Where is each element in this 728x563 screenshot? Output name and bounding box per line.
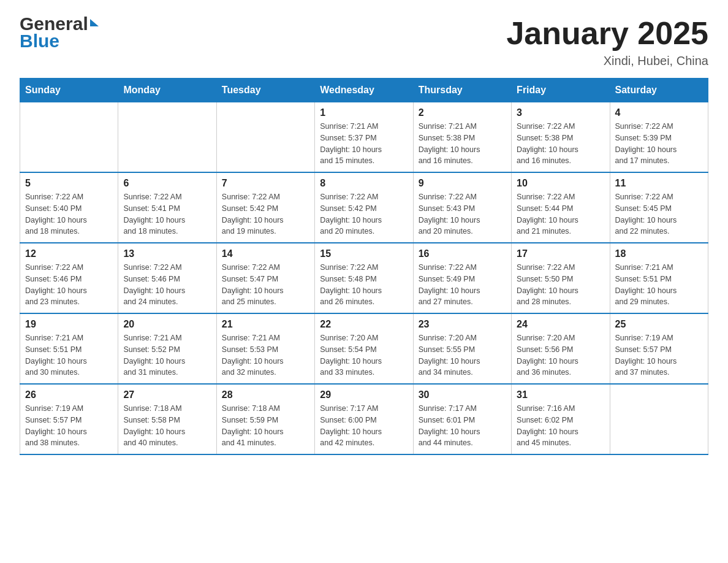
- day-info: Sunrise: 7:22 AMSunset: 5:46 PMDaylight:…: [25, 262, 113, 308]
- day-info: Sunrise: 7:22 AMSunset: 5:47 PMDaylight:…: [222, 262, 309, 308]
- calendar-cell: 25Sunrise: 7:19 AMSunset: 5:57 PMDayligh…: [610, 313, 708, 384]
- calendar-body: 1Sunrise: 7:21 AMSunset: 5:37 PMDaylight…: [20, 102, 708, 455]
- day-info: Sunrise: 7:20 AMSunset: 5:55 PMDaylight:…: [419, 332, 506, 378]
- calendar-cell: [216, 102, 314, 173]
- day-number: 21: [222, 319, 309, 330]
- day-info: Sunrise: 7:22 AMSunset: 5:48 PMDaylight:…: [320, 262, 408, 308]
- title-section: January 2025 Xindi, Hubei, China: [506, 15, 708, 68]
- day-info: Sunrise: 7:22 AMSunset: 5:43 PMDaylight:…: [419, 191, 506, 237]
- day-info: Sunrise: 7:17 AMSunset: 6:01 PMDaylight:…: [419, 403, 506, 449]
- calendar-cell: [20, 102, 118, 173]
- calendar-cell: 20Sunrise: 7:21 AMSunset: 5:52 PMDayligh…: [118, 313, 216, 384]
- calendar-week-row: 12Sunrise: 7:22 AMSunset: 5:46 PMDayligh…: [20, 243, 708, 313]
- day-number: 7: [222, 178, 309, 189]
- calendar-table: Sunday Monday Tuesday Wednesday Thursday…: [20, 78, 708, 455]
- day-info: Sunrise: 7:21 AMSunset: 5:53 PMDaylight:…: [222, 332, 309, 378]
- day-info: Sunrise: 7:22 AMSunset: 5:42 PMDaylight:…: [320, 191, 408, 237]
- calendar-cell: 3Sunrise: 7:22 AMSunset: 5:38 PMDaylight…: [512, 102, 610, 173]
- header-wednesday: Wednesday: [315, 79, 413, 102]
- calendar-cell: 31Sunrise: 7:16 AMSunset: 6:02 PMDayligh…: [512, 384, 610, 454]
- day-number: 17: [517, 248, 604, 259]
- day-info: Sunrise: 7:21 AMSunset: 5:37 PMDaylight:…: [320, 121, 408, 167]
- calendar-cell: 8Sunrise: 7:22 AMSunset: 5:42 PMDaylight…: [315, 172, 413, 243]
- day-info: Sunrise: 7:22 AMSunset: 5:41 PMDaylight:…: [123, 191, 211, 237]
- calendar-cell: [610, 384, 708, 454]
- day-info: Sunrise: 7:19 AMSunset: 5:57 PMDaylight:…: [615, 332, 703, 378]
- day-number: 9: [419, 178, 506, 189]
- day-info: Sunrise: 7:20 AMSunset: 5:56 PMDaylight:…: [517, 332, 604, 378]
- day-info: Sunrise: 7:22 AMSunset: 5:45 PMDaylight:…: [615, 191, 703, 237]
- day-number: 20: [123, 319, 211, 330]
- calendar-cell: 19Sunrise: 7:21 AMSunset: 5:51 PMDayligh…: [20, 313, 118, 384]
- page-header: General Blue January 2025 Xindi, Hubei, …: [20, 15, 708, 68]
- calendar-cell: 15Sunrise: 7:22 AMSunset: 5:48 PMDayligh…: [315, 243, 413, 313]
- calendar-cell: 12Sunrise: 7:22 AMSunset: 5:46 PMDayligh…: [20, 243, 118, 313]
- calendar-cell: 14Sunrise: 7:22 AMSunset: 5:47 PMDayligh…: [216, 243, 314, 313]
- main-title: January 2025: [506, 15, 708, 52]
- calendar-week-row: 26Sunrise: 7:19 AMSunset: 5:57 PMDayligh…: [20, 384, 708, 454]
- logo: General Blue: [20, 15, 99, 50]
- calendar-week-row: 19Sunrise: 7:21 AMSunset: 5:51 PMDayligh…: [20, 313, 708, 384]
- day-number: 27: [123, 389, 211, 400]
- day-info: Sunrise: 7:22 AMSunset: 5:49 PMDaylight:…: [419, 262, 506, 308]
- day-number: 5: [25, 178, 113, 189]
- calendar-cell: 29Sunrise: 7:17 AMSunset: 6:00 PMDayligh…: [315, 384, 413, 454]
- day-info: Sunrise: 7:18 AMSunset: 5:58 PMDaylight:…: [123, 403, 211, 449]
- day-info: Sunrise: 7:21 AMSunset: 5:51 PMDaylight:…: [615, 262, 703, 308]
- header-sunday: Sunday: [20, 79, 118, 102]
- calendar-cell: 1Sunrise: 7:21 AMSunset: 5:37 PMDaylight…: [315, 102, 413, 173]
- day-info: Sunrise: 7:22 AMSunset: 5:40 PMDaylight:…: [25, 191, 113, 237]
- calendar-cell: 28Sunrise: 7:18 AMSunset: 5:59 PMDayligh…: [216, 384, 314, 454]
- calendar-cell: 11Sunrise: 7:22 AMSunset: 5:45 PMDayligh…: [610, 172, 708, 243]
- day-number: 22: [320, 319, 408, 330]
- logo-blue-text: Blue: [20, 32, 59, 50]
- calendar-cell: 13Sunrise: 7:22 AMSunset: 5:46 PMDayligh…: [118, 243, 216, 313]
- calendar-cell: 16Sunrise: 7:22 AMSunset: 5:49 PMDayligh…: [413, 243, 511, 313]
- day-number: 10: [517, 178, 604, 189]
- day-info: Sunrise: 7:21 AMSunset: 5:51 PMDaylight:…: [25, 332, 113, 378]
- calendar-cell: 2Sunrise: 7:21 AMSunset: 5:38 PMDaylight…: [413, 102, 511, 173]
- day-info: Sunrise: 7:19 AMSunset: 5:57 PMDaylight:…: [25, 403, 113, 449]
- day-number: 16: [419, 248, 506, 259]
- header-monday: Monday: [118, 79, 216, 102]
- calendar-cell: 6Sunrise: 7:22 AMSunset: 5:41 PMDaylight…: [118, 172, 216, 243]
- calendar-cell: 4Sunrise: 7:22 AMSunset: 5:39 PMDaylight…: [610, 102, 708, 173]
- day-number: 26: [25, 389, 113, 400]
- day-number: 25: [615, 319, 703, 330]
- day-number: 6: [123, 178, 211, 189]
- header-tuesday: Tuesday: [216, 79, 314, 102]
- calendar-cell: 24Sunrise: 7:20 AMSunset: 5:56 PMDayligh…: [512, 313, 610, 384]
- day-number: 15: [320, 248, 408, 259]
- calendar-cell: 27Sunrise: 7:18 AMSunset: 5:58 PMDayligh…: [118, 384, 216, 454]
- day-number: 24: [517, 319, 604, 330]
- day-info: Sunrise: 7:22 AMSunset: 5:46 PMDaylight:…: [123, 262, 211, 308]
- day-number: 1: [320, 107, 408, 118]
- day-info: Sunrise: 7:17 AMSunset: 6:00 PMDaylight:…: [320, 403, 408, 449]
- day-number: 19: [25, 319, 113, 330]
- header-thursday: Thursday: [413, 79, 511, 102]
- day-number: 14: [222, 248, 309, 259]
- calendar-cell: 7Sunrise: 7:22 AMSunset: 5:42 PMDaylight…: [216, 172, 314, 243]
- day-info: Sunrise: 7:22 AMSunset: 5:44 PMDaylight:…: [517, 191, 604, 237]
- day-info: Sunrise: 7:22 AMSunset: 5:38 PMDaylight:…: [517, 121, 604, 167]
- day-number: 23: [419, 319, 506, 330]
- day-info: Sunrise: 7:22 AMSunset: 5:39 PMDaylight:…: [615, 121, 703, 167]
- day-info: Sunrise: 7:18 AMSunset: 5:59 PMDaylight:…: [222, 403, 309, 449]
- calendar-cell: 22Sunrise: 7:20 AMSunset: 5:54 PMDayligh…: [315, 313, 413, 384]
- day-number: 3: [517, 107, 604, 118]
- header-saturday: Saturday: [610, 79, 708, 102]
- calendar-week-row: 1Sunrise: 7:21 AMSunset: 5:37 PMDaylight…: [20, 102, 708, 173]
- calendar-cell: 5Sunrise: 7:22 AMSunset: 5:40 PMDaylight…: [20, 172, 118, 243]
- calendar-header: Sunday Monday Tuesday Wednesday Thursday…: [20, 79, 708, 102]
- calendar-cell: 26Sunrise: 7:19 AMSunset: 5:57 PMDayligh…: [20, 384, 118, 454]
- day-info: Sunrise: 7:20 AMSunset: 5:54 PMDaylight:…: [320, 332, 408, 378]
- day-number: 12: [25, 248, 113, 259]
- calendar-cell: 30Sunrise: 7:17 AMSunset: 6:01 PMDayligh…: [413, 384, 511, 454]
- calendar-cell: 17Sunrise: 7:22 AMSunset: 5:50 PMDayligh…: [512, 243, 610, 313]
- day-info: Sunrise: 7:22 AMSunset: 5:50 PMDaylight:…: [517, 262, 604, 308]
- day-number: 30: [419, 389, 506, 400]
- calendar-cell: 21Sunrise: 7:21 AMSunset: 5:53 PMDayligh…: [216, 313, 314, 384]
- day-number: 28: [222, 389, 309, 400]
- day-info: Sunrise: 7:21 AMSunset: 5:52 PMDaylight:…: [123, 332, 211, 378]
- day-number: 4: [615, 107, 703, 118]
